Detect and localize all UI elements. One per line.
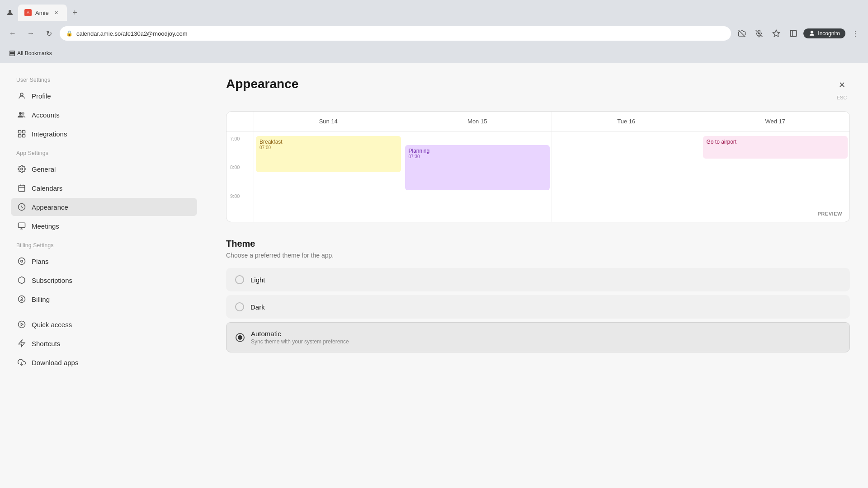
time-700: 7:00 [226, 136, 254, 164]
integrations-icon [17, 129, 26, 138]
appearance-icon [17, 202, 26, 211]
sidebar-item-calendars[interactable]: Calendars [11, 179, 197, 197]
page-header: Appearance ✕ ESC [226, 77, 850, 100]
calendar-body: 7:00 8:00 9:00 Breakfast 07:00 Planning … [226, 131, 849, 222]
sidebar-icon[interactable] [786, 26, 801, 41]
event-planning[interactable]: Planning 07:30 [405, 145, 550, 190]
sidebar-item-appearance[interactable]: Appearance [11, 198, 197, 216]
accounts-icon [17, 110, 26, 119]
time-column: 7:00 8:00 9:00 [226, 131, 254, 222]
tab-close-button[interactable]: ✕ [52, 9, 61, 17]
event-breakfast[interactable]: Breakfast 07:00 [256, 136, 401, 172]
day-col-wed17: Go to airport [701, 131, 850, 222]
calendars-label: Calendars [32, 184, 62, 192]
app-settings-label: App Settings [11, 150, 197, 156]
svg-point-10 [19, 112, 22, 115]
close-button[interactable]: ✕ [834, 77, 850, 93]
svg-rect-14 [19, 135, 21, 137]
radio-automatic [236, 333, 245, 342]
address-bar[interactable]: 🔒 calendar.amie.so/afe130a2@moodjoy.com [60, 26, 731, 41]
event-breakfast-title: Breakfast [259, 139, 397, 145]
integrations-label: Integrations [32, 130, 67, 138]
event-planning-title: Planning [409, 148, 547, 154]
general-icon [17, 164, 26, 174]
theme-automatic-name: Automatic [251, 330, 349, 338]
browser-chrome: A Amie ✕ + ← → ↻ 🔒 calendar.amie.so/afe1… [0, 0, 868, 63]
theme-dark-info: Dark [250, 303, 265, 311]
sidebar-item-download-apps[interactable]: Download apps [11, 353, 197, 371]
reload-button[interactable]: ↻ [42, 26, 56, 41]
svg-point-9 [20, 93, 23, 96]
toolbar-actions: Incognito ⋮ [735, 26, 863, 41]
cal-day-wed17: Wed 17 [701, 112, 850, 131]
sidebar-item-integrations[interactable]: Integrations [11, 125, 197, 143]
bookmarks-label: All Bookmarks [17, 50, 52, 56]
page-title: Appearance [226, 77, 298, 91]
camera-off-icon[interactable] [735, 26, 749, 41]
profile-menu-btn[interactable] [4, 6, 16, 19]
active-tab[interactable]: A Amie ✕ [18, 5, 67, 21]
cal-day-mon15: Mon 15 [403, 112, 552, 131]
accounts-label: Accounts [32, 111, 60, 119]
sidebar-item-accounts[interactable]: Accounts [11, 106, 197, 124]
forward-button[interactable]: → [24, 26, 38, 41]
theme-section-title: Theme [226, 239, 850, 249]
theme-light-info: Light [250, 276, 265, 284]
svg-marker-29 [21, 323, 24, 326]
radio-light [235, 275, 244, 284]
event-airport[interactable]: Go to airport [703, 136, 848, 159]
preview-badge: PREVIEW [817, 211, 842, 216]
sidebar-item-profile[interactable]: Profile [11, 87, 197, 105]
subscriptions-icon [17, 276, 26, 285]
sidebar-item-subscriptions[interactable]: Subscriptions [11, 271, 197, 289]
event-planning-time: 07:30 [409, 154, 547, 159]
download-apps-label: Download apps [32, 359, 78, 366]
quick-access-label: Quick access [32, 321, 72, 328]
star-icon[interactable] [769, 26, 783, 41]
close-area: ✕ ESC [834, 77, 850, 100]
cal-day-tue16: Tue 16 [552, 112, 701, 131]
plans-icon [17, 257, 26, 266]
tab-favicon: A [24, 9, 32, 16]
theme-option-dark[interactable]: Dark [226, 295, 850, 319]
url-text: calendar.amie.so/afe130a2@moodjoy.com [76, 30, 188, 37]
svg-point-28 [19, 321, 25, 328]
meetings-icon [17, 221, 26, 230]
theme-section-desc: Choose a preferred theme for the app. [226, 252, 850, 259]
new-tab-button[interactable]: + [69, 6, 81, 19]
svg-rect-15 [23, 135, 25, 137]
day-col-tue16 [552, 131, 701, 222]
plans-label: Plans [32, 258, 49, 265]
sidebar-item-quick-access[interactable]: Quick access [11, 315, 197, 333]
incognito-badge: Incognito [803, 28, 845, 38]
sidebar-item-meetings[interactable]: Meetings [11, 217, 197, 235]
billing-label: Billing [32, 296, 50, 303]
billing-settings-label: Billing Settings [11, 242, 197, 249]
sidebar-item-general[interactable]: General [11, 160, 197, 178]
mic-off-icon[interactable] [752, 26, 766, 41]
back-button[interactable]: ← [5, 26, 20, 41]
svg-point-11 [22, 112, 24, 115]
appearance-label: Appearance [32, 203, 68, 211]
more-options-icon[interactable]: ⋮ [848, 26, 863, 41]
svg-marker-6 [773, 30, 780, 37]
svg-rect-12 [19, 131, 21, 133]
profile-label: Profile [32, 92, 51, 100]
calendar-header: Sun 14 Mon 15 Tue 16 Wed 17 [226, 112, 849, 131]
theme-dark-name: Dark [250, 303, 265, 311]
calendars-icon [17, 183, 26, 192]
sidebar-item-shortcuts[interactable]: Shortcuts [11, 334, 197, 352]
tab-bar: A Amie ✕ + [0, 0, 868, 22]
event-airport-title: Go to airport [707, 139, 844, 145]
all-bookmarks-item[interactable]: All Bookmarks [5, 48, 56, 58]
event-breakfast-time: 07:00 [259, 145, 397, 150]
sidebar-item-plans[interactable]: Plans [11, 252, 197, 270]
svg-point-26 [21, 260, 23, 263]
theme-option-automatic[interactable]: Automatic Sync theme with your system pr… [226, 322, 850, 352]
svg-rect-17 [19, 185, 25, 192]
sidebar-item-billing[interactable]: Billing [11, 290, 197, 308]
day-col-sun14: Breakfast 07:00 [254, 131, 403, 222]
cal-day-sun14: Sun 14 [254, 112, 403, 131]
incognito-label: Incognito [818, 30, 840, 37]
theme-option-light[interactable]: Light [226, 268, 850, 291]
